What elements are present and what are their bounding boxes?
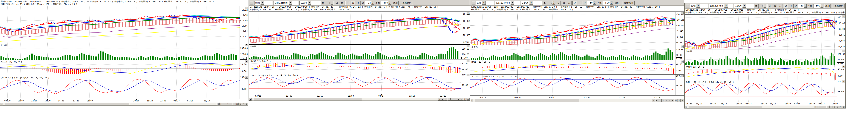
history-dropdown-icon[interactable]: ▼ bbox=[686, 4, 689, 7]
period-week-button[interactable]: 週 bbox=[562, 1, 566, 5]
macd-pane[interactable]: MACD( 12, 26, 9 ) 40.000.00 ▼ bbox=[685, 65, 845, 80]
chart-nav-button[interactable]: ▤ bbox=[239, 102, 242, 105]
chart-nav-button[interactable]: ▶ bbox=[655, 99, 658, 102]
chart-nav-button[interactable]: ▦ bbox=[681, 99, 684, 102]
contract-select[interactable]: 12/06▼ bbox=[300, 1, 321, 5]
chart-nav-button[interactable]: ▦ bbox=[842, 105, 845, 108]
stochastics-pane[interactable]: スロー・ストキャスティクス( 14, 3, 80, 20 ) 100.0045.… bbox=[470, 74, 684, 95]
scrollbar-thumb[interactable] bbox=[253, 98, 362, 101]
bar-interval-spinner[interactable]: 1▲▼ bbox=[758, 4, 767, 8]
price-pane[interactable]: 10,12510,08510,04510,0059,965 ▼ bbox=[249, 11, 470, 44]
volume-pane[interactable]: 出来高 550.00200.00× 100 ▼ bbox=[249, 44, 470, 59]
chevron-down-icon[interactable]: ▼ bbox=[308, 1, 311, 5]
macd-pane[interactable]: MACD( 12, 26, 9 ) 40.000.00 ▼ bbox=[470, 60, 684, 74]
period-minute-button[interactable]: 分 bbox=[784, 4, 788, 8]
spinner-icon[interactable]: ▲▼ bbox=[820, 4, 823, 8]
period-week-button[interactable]: 週 bbox=[773, 4, 777, 8]
chart-nav-button[interactable]: ＋ bbox=[665, 99, 668, 102]
chart-plot-area[interactable]: 10,12510,06510,0059,9459,8859,825 ▼ 出来高 … bbox=[685, 14, 845, 102]
chart-nav-button[interactable]: ↔ bbox=[444, 98, 447, 100]
chart-nav-button[interactable]: ▣ bbox=[671, 99, 674, 102]
apply-button[interactable]: 適用 bbox=[614, 1, 620, 5]
scrollbar-track[interactable] bbox=[251, 98, 438, 100]
volume-pane[interactable]: 出来高 120.0050.00× 100 ▼ bbox=[470, 45, 684, 60]
pane-scale-dropdown-icon[interactable]: ▼ bbox=[466, 60, 469, 62]
pane-scale-dropdown-icon[interactable]: ▼ bbox=[842, 80, 845, 83]
chart-nav-button[interactable]: － bbox=[454, 98, 457, 100]
pane-scale-dropdown-icon[interactable]: ▼ bbox=[245, 6, 248, 9]
chart-nav-button[interactable]: ↕ bbox=[447, 98, 451, 100]
macd-chart[interactable] bbox=[0, 60, 240, 76]
period-month-button[interactable]: 月 bbox=[778, 4, 783, 8]
spinner-icon[interactable]: ▲▼ bbox=[764, 4, 766, 8]
chart-nav-button[interactable]: ▶ bbox=[441, 98, 444, 100]
horizontal-scrollbar[interactable]: ◀ ◀▶↔↕＋－▣▤Ｒ▦ bbox=[249, 98, 470, 100]
chart-nav-button[interactable]: ↔ bbox=[820, 105, 823, 108]
period-month-button[interactable]: 月 bbox=[567, 1, 571, 5]
pane-scale-dropdown-icon[interactable]: ▼ bbox=[681, 45, 684, 48]
apply-button[interactable]: 適用 bbox=[824, 4, 831, 8]
chevron-down-icon[interactable]: ▼ bbox=[510, 1, 514, 5]
scrollbar-thumb[interactable] bbox=[475, 99, 579, 102]
period-week-button[interactable]: 週 bbox=[340, 1, 344, 5]
pane-scale-dropdown-icon[interactable]: ▼ bbox=[681, 12, 684, 14]
macd-pane[interactable]: MACD( 12, 26, 9 ) 10.00-0.50 ▼ bbox=[0, 60, 248, 76]
chevron-down-icon[interactable]: ▼ bbox=[696, 4, 700, 8]
scrollbar-thumb[interactable] bbox=[689, 105, 763, 108]
price-chart[interactable] bbox=[249, 12, 461, 44]
price-pane[interactable]: 10,12510,06510,0059,9459,8859,825 ▼ bbox=[470, 11, 684, 45]
pane-scale-dropdown-icon[interactable]: ▼ bbox=[842, 15, 845, 17]
symbol-select[interactable]: 日経225mini▼ bbox=[274, 1, 299, 5]
pane-scale-dropdown-icon[interactable]: ▼ bbox=[842, 65, 845, 68]
stochastics-chart[interactable] bbox=[0, 76, 240, 99]
pane-scale-dropdown-icon[interactable]: ▼ bbox=[245, 60, 248, 63]
chevron-down-icon[interactable]: ▼ bbox=[289, 1, 292, 5]
chart-nav-button[interactable]: ↕ bbox=[226, 102, 229, 105]
chart-nav-button[interactable]: ◀ bbox=[652, 99, 655, 102]
chart-nav-button[interactable]: ＋ bbox=[229, 102, 232, 105]
macd-chart[interactable] bbox=[685, 65, 837, 80]
chart-nav-button[interactable]: ◀ bbox=[216, 102, 220, 105]
spinner-icon[interactable]: ▲▼ bbox=[371, 1, 374, 5]
chart-nav-button[interactable]: ▣ bbox=[236, 102, 239, 105]
category-select[interactable]: 先物▼ bbox=[690, 4, 708, 8]
minute-spinner[interactable]: 30▲▼ bbox=[587, 1, 596, 5]
chart-nav-button[interactable]: ▤ bbox=[460, 98, 463, 100]
stochastics-pane[interactable]: スロー・ストキャスティクス( 14, 3, 80, 20 ) 100.0040.… bbox=[249, 73, 470, 94]
chart-nav-button[interactable]: ▶ bbox=[220, 102, 223, 105]
scrollbar-track[interactable] bbox=[687, 105, 814, 108]
minute-spinner[interactable]: 60▲▼ bbox=[798, 4, 807, 8]
macd-pane[interactable]: MACD( 12, 26, 9 ) 15.50-4.00 ▼ bbox=[249, 59, 470, 74]
chevron-down-icon[interactable]: ▼ bbox=[742, 4, 746, 8]
stochastics-pane[interactable]: スロー・ストキャスティクス( 14, 3, 60, 20 ) 100.0045.… bbox=[685, 80, 845, 102]
pane-scale-dropdown-icon[interactable]: ▼ bbox=[466, 45, 469, 47]
spinner-icon[interactable]: ▲▼ bbox=[610, 1, 613, 5]
period-minute-button[interactable]: 分 bbox=[351, 1, 355, 5]
category-select[interactable]: 先物▼ bbox=[254, 1, 273, 5]
macd-chart[interactable] bbox=[249, 59, 461, 74]
scrollbar-track[interactable] bbox=[473, 99, 652, 102]
pane-scale-dropdown-icon[interactable]: ▼ bbox=[842, 50, 845, 52]
chevron-down-icon[interactable]: ▼ bbox=[482, 1, 486, 5]
horizontal-scrollbar[interactable]: ◀ ◀▶↔↕＋－▣▤Ｒ▦ bbox=[685, 105, 845, 108]
period-tick-button[interactable]: T bbox=[356, 1, 361, 5]
chevron-down-icon[interactable]: ▼ bbox=[529, 1, 533, 5]
scroll-left-icon[interactable]: ◀ bbox=[685, 105, 687, 108]
chart-nav-button[interactable]: Ｒ bbox=[839, 105, 842, 108]
chart-nav-button[interactable]: ◀ bbox=[814, 105, 817, 108]
chart-nav-button[interactable]: Ｒ bbox=[463, 98, 466, 100]
chart-nav-button[interactable]: ▤ bbox=[836, 105, 839, 108]
chart-nav-button[interactable]: ▶ bbox=[817, 105, 820, 108]
volume-chart[interactable] bbox=[249, 45, 461, 59]
chart-nav-button[interactable]: ↔ bbox=[223, 102, 226, 105]
symbol-select[interactable]: 日経225mini▼ bbox=[495, 1, 520, 5]
bar-count-spinner[interactable]: 500▲▼ bbox=[381, 1, 391, 5]
volume-chart[interactable] bbox=[685, 49, 837, 65]
multi-symbol-button[interactable]: 複数銘柄 bbox=[401, 1, 413, 5]
chart-nav-button[interactable]: ▣ bbox=[457, 98, 460, 100]
price-chart[interactable] bbox=[470, 12, 675, 45]
chart-nav-button[interactable]: ▦ bbox=[466, 98, 470, 100]
chart-nav-button[interactable]: ▦ bbox=[245, 102, 248, 105]
chart-nav-button[interactable]: ◀ bbox=[438, 98, 441, 100]
pane-scale-dropdown-icon[interactable]: ▼ bbox=[681, 75, 684, 77]
